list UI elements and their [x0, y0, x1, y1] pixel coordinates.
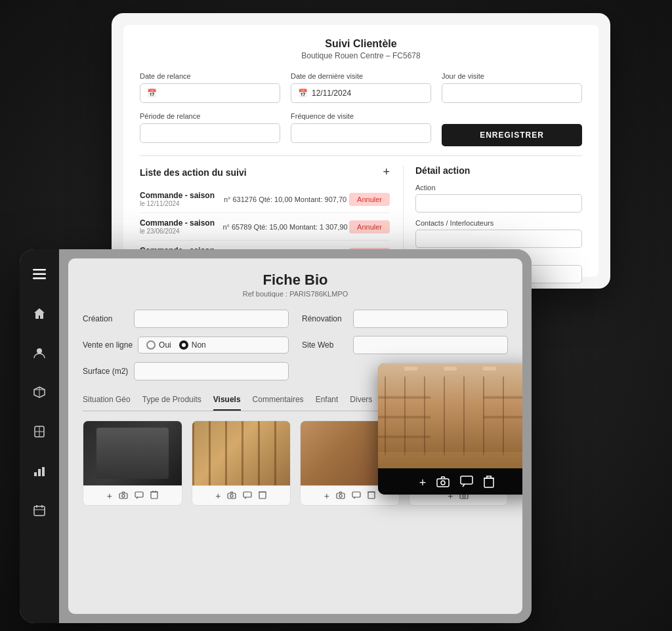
date-relance-label: Date de relance [140, 72, 280, 80]
camera-icon-3[interactable] [336, 491, 345, 501]
radio-non-label: Non [192, 340, 206, 350]
periode-relance-input[interactable]: 0 [140, 123, 280, 143]
svg-rect-38 [404, 367, 417, 371]
renovation-input[interactable]: 01/09/2024 [353, 310, 508, 328]
periode-relance-label: Période de relance [140, 112, 280, 120]
radio-non[interactable]: Non [179, 340, 206, 350]
date-derniere-group: Date de dernière visite 📅 12/11/2024 [291, 72, 431, 103]
chart-icon[interactable] [28, 459, 51, 483]
jour-visite-input[interactable]: 0 [442, 83, 582, 103]
store-image-1 [83, 421, 182, 485]
tab-situation-geo[interactable]: Situation Géo [83, 395, 131, 411]
radio-group[interactable]: Oui Non [138, 336, 289, 354]
comment-icon-1[interactable] [135, 491, 144, 501]
renovation-label: Rénovation [302, 314, 348, 323]
popup-camera-icon[interactable] [436, 476, 450, 491]
annuler-button-2[interactable]: Annuler [349, 220, 390, 234]
svg-point-25 [230, 494, 233, 497]
tab-divers[interactable]: Divers [350, 395, 372, 411]
jour-visite-label: Jour de visite [442, 72, 582, 80]
home-icon[interactable] [28, 302, 51, 325]
book-icon[interactable] [28, 420, 51, 443]
svg-rect-1 [33, 274, 46, 275]
svg-rect-46 [378, 452, 522, 468]
popup-comment-icon[interactable] [460, 476, 473, 491]
camera-icon-1[interactable] [119, 491, 128, 501]
svg-point-30 [339, 494, 342, 497]
svg-rect-39 [444, 367, 457, 371]
svg-rect-49 [461, 476, 472, 484]
detail-action-label: Action [415, 184, 582, 192]
image-popup: + [378, 363, 522, 495]
visual-actions-2: + [192, 485, 291, 505]
date-relance-input[interactable]: 📅 [140, 83, 280, 103]
add-action-button[interactable]: + [383, 165, 390, 179]
svg-rect-13 [34, 506, 45, 516]
svg-point-48 [441, 481, 445, 485]
tab-enfant[interactable]: Enfant [316, 395, 339, 411]
fiche-ref: Ref boutique : PARIS786KLMPO [83, 290, 508, 298]
fiche-title: Fiche Bio [83, 272, 508, 289]
add-image-icon-1[interactable]: + [107, 491, 112, 501]
tab-type-produits[interactable]: Type de Produits [142, 395, 201, 411]
date-derniere-input[interactable]: 📅 12/11/2024 [291, 83, 431, 103]
svg-rect-2 [33, 277, 46, 279]
svg-rect-11 [38, 469, 41, 476]
svg-rect-19 [135, 492, 143, 497]
cube-icon[interactable] [28, 380, 51, 404]
svg-rect-40 [483, 367, 496, 371]
calendar-icon[interactable] [28, 499, 51, 522]
detail-contacts-input[interactable] [415, 230, 582, 248]
add-image-icon-2[interactable]: + [215, 491, 220, 501]
delete-icon-2[interactable] [259, 490, 266, 501]
frequence-visite-input[interactable]: 2 [291, 123, 431, 143]
tab-commentaires[interactable]: Commentaires [253, 395, 304, 411]
svg-rect-45 [483, 416, 522, 418]
renovation-group: Rénovation 01/09/2024 [302, 310, 508, 328]
annuler-button-1[interactable]: Annuler [349, 193, 390, 206]
front-tablet: Fiche Bio Ref boutique : PARIS786KLMPO C… [20, 249, 532, 623]
popup-actions: + [378, 468, 522, 495]
radio-non-circle [179, 340, 188, 350]
svg-point-3 [37, 348, 42, 354]
detail-contacts-label: Contacts / Interlocuteurs [415, 219, 582, 227]
svg-rect-20 [151, 492, 158, 499]
site-web-input[interactable] [353, 336, 508, 354]
delete-icon-3[interactable] [368, 490, 375, 501]
date-derniere-value: 12/11/2024 [312, 89, 351, 98]
creation-input[interactable] [134, 310, 289, 328]
svg-rect-27 [259, 492, 266, 499]
svg-rect-31 [352, 492, 360, 497]
svg-rect-10 [34, 472, 37, 476]
list-item: Commande - saison le 12/11/2024 n° 63127… [140, 186, 390, 213]
back-title: Suivi Clientèle [140, 38, 582, 50]
enregistrer-button[interactable]: ENREGISTRER [442, 124, 582, 146]
popup-image [378, 363, 522, 468]
date-relance-group: Date de relance 📅 [140, 72, 280, 103]
comment-icon-3[interactable] [352, 491, 361, 501]
tab-visuels[interactable]: Visuels [213, 395, 241, 411]
surface-input[interactable] [134, 362, 289, 380]
popup-delete-icon[interactable] [484, 475, 494, 491]
delete-icon-1[interactable] [150, 490, 158, 501]
list-item: Commande - saison le 23/06/2024 n° 65789… [140, 213, 390, 241]
radio-oui[interactable]: Oui [146, 340, 171, 350]
surface-group: Surface (m2) [83, 362, 289, 380]
creation-group: Création [83, 310, 289, 328]
detail-action-input[interactable]: Commande [415, 194, 582, 213]
back-tablet: Suivi Clientèle Boutique Rouen Centre – … [112, 13, 610, 289]
radio-oui-circle [146, 340, 156, 350]
camera-icon-2[interactable] [227, 491, 236, 501]
svg-point-37 [463, 495, 465, 497]
users-icon[interactable] [28, 341, 51, 365]
add-image-icon-3[interactable]: + [324, 491, 329, 501]
comment-icon-2[interactable] [243, 491, 252, 501]
enregistrer-group: ENREGISTRER [442, 112, 582, 146]
sidebar [20, 249, 59, 623]
jour-visite-group: Jour de visite 0 [442, 72, 582, 103]
menu-icon[interactable] [28, 262, 51, 286]
svg-rect-44 [483, 396, 522, 399]
visual-card-1: + [83, 420, 182, 506]
detail-title: Détail action [415, 165, 582, 176]
popup-add-icon[interactable]: + [419, 476, 427, 490]
